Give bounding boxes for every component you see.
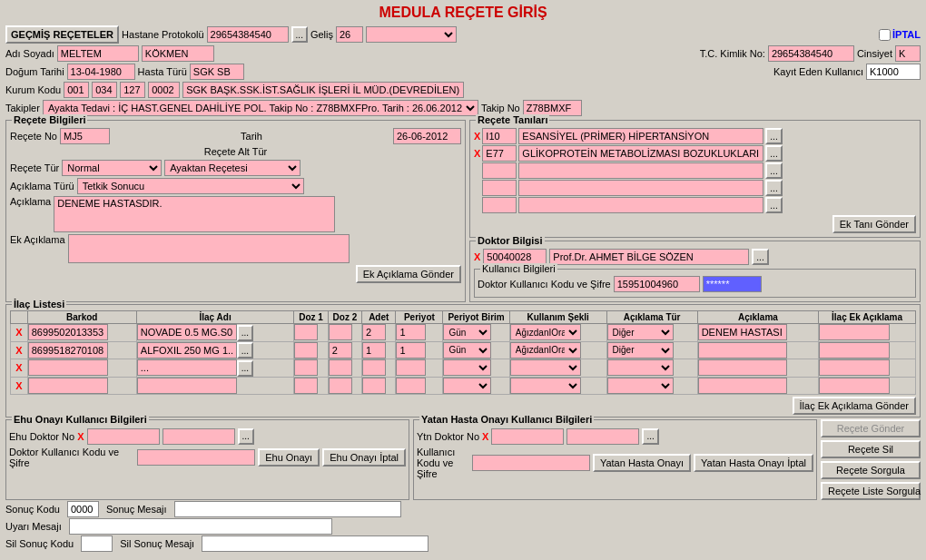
doktor-browse-btn[interactable]: ... (752, 249, 768, 265)
ilac-periyot-birim-4[interactable] (443, 378, 491, 394)
ilac-aciklama-tur-3[interactable] (607, 359, 674, 376)
recete-liste-sorgula-btn[interactable]: Reçete Liste Sorgula (821, 482, 921, 500)
ytn-browse-btn[interactable]: ... (642, 428, 658, 445)
ilac-doz2-1[interactable] (329, 324, 352, 340)
sil-sonuc-input[interactable] (81, 535, 113, 552)
tani-browse-4[interactable]: ... (765, 180, 782, 196)
sonuc-mesaji-input[interactable] (174, 501, 401, 517)
ilac-doz2-3[interactable] (329, 359, 352, 376)
ilac-periyot-2[interactable] (396, 342, 426, 359)
tani-tanim-5[interactable] (518, 197, 763, 213)
ilac-kullanim-4[interactable] (510, 378, 581, 394)
ilac-periyot-3[interactable] (396, 359, 426, 376)
ilac-ek-aciklama-gonder-btn[interactable]: İlaç Ek Açıklama Gönder (793, 397, 916, 415)
kurum4-input[interactable] (148, 82, 180, 98)
doktor-x[interactable]: X (474, 251, 480, 262)
ytn-doktor-input2[interactable] (566, 428, 639, 445)
tc-input[interactable] (768, 45, 854, 62)
ilac-doz2-4[interactable] (329, 378, 352, 394)
ilac-adet-3[interactable] (362, 359, 386, 376)
kurum1-input[interactable] (64, 82, 89, 98)
gelis-input[interactable] (336, 26, 363, 43)
ek-tani-gonder-btn[interactable]: Ek Tanı Gönder (832, 215, 916, 233)
recete-alt-tur-select[interactable]: Ayaktan Reçetesi (164, 160, 300, 176)
tani-kod-2[interactable] (482, 145, 517, 162)
ilac-aciklama-2[interactable] (698, 342, 787, 359)
ehu-doktor-input2[interactable] (163, 428, 235, 445)
ilac-barkod-2[interactable] (28, 342, 108, 359)
ilac-aciklama-3[interactable] (698, 359, 787, 376)
tani-kod-3[interactable] (482, 162, 517, 179)
ytn-x[interactable]: X (482, 431, 488, 442)
yatan-kullanici-input[interactable] (472, 455, 590, 471)
sil-sonuc-mesaji-input[interactable] (202, 535, 429, 552)
ilac-periyot-birim-1[interactable]: Gün (443, 324, 491, 340)
yatan-onay-btn[interactable]: Yatan Hasta Onayı (593, 454, 691, 472)
uyari-mesaji-input[interactable] (69, 518, 332, 535)
tani-tanim-4[interactable] (518, 180, 763, 196)
recete-sil-btn[interactable]: Reçete Sil (821, 440, 921, 458)
ilac-adi-2[interactable] (137, 342, 237, 359)
ilac-periyot-4[interactable] (396, 378, 426, 394)
ilac-x-4[interactable]: X (15, 380, 22, 391)
tani-tanim-1[interactable] (518, 128, 763, 144)
gelis-select[interactable] (366, 26, 457, 43)
ehu-doktor-input[interactable] (87, 428, 160, 445)
recete-gonder-btn[interactable]: Reçete Gönder (821, 419, 921, 437)
ilac-browse-3[interactable]: ... (237, 360, 253, 377)
ehu-kullanici-input[interactable] (137, 449, 255, 466)
ilac-ek-4[interactable] (819, 378, 890, 394)
ehu-x[interactable]: X (77, 431, 84, 442)
ilac-browse-2[interactable]: ... (237, 342, 253, 359)
recete-no-input[interactable] (60, 128, 110, 144)
adi-input[interactable] (57, 45, 139, 62)
dogum-input[interactable] (67, 64, 135, 80)
doktor-adi-input[interactable] (549, 249, 749, 265)
hasta-turu-input[interactable] (190, 64, 244, 80)
ilac-aciklama-4[interactable] (698, 378, 787, 394)
kurum2-input[interactable] (92, 82, 117, 98)
tani-kod-5[interactable] (482, 197, 517, 213)
kurum3-input[interactable] (120, 82, 145, 98)
doktor-kullanici-input[interactable] (614, 276, 700, 292)
ilac-doz1-1[interactable] (294, 324, 318, 340)
sifre-input[interactable] (703, 276, 762, 292)
iptal-checkbox[interactable] (879, 29, 891, 41)
tarih-input[interactable] (393, 128, 461, 144)
recete-tur-select[interactable]: Normal (62, 160, 162, 176)
tani-kod-1[interactable] (482, 128, 517, 144)
ilac-periyot-1[interactable] (396, 324, 426, 340)
ilac-barkod-4[interactable] (28, 378, 108, 394)
ilac-ek-3[interactable] (819, 359, 890, 376)
ilac-doz1-2[interactable] (294, 342, 318, 359)
ehu-onay-btn[interactable]: Ehu Onayı (258, 448, 320, 467)
ytn-doktor-input[interactable] (491, 428, 564, 445)
kayit-eden-input[interactable] (866, 64, 921, 80)
tani-browse-2[interactable]: ... (765, 145, 782, 162)
aciklama-turu-select[interactable]: Tetkik Sonucu (77, 178, 304, 194)
yatan-iptal-btn[interactable]: Yatan Hasta Onayı İptal (694, 454, 813, 472)
hastane-protokolu-btn[interactable]: ... (291, 26, 308, 43)
tani-tanim-2[interactable] (518, 145, 763, 162)
ilac-adi-3[interactable] (137, 359, 237, 376)
tani-x-2[interactable]: X (474, 148, 480, 159)
ilac-kullanim-1[interactable]: AğızdanIOral (510, 324, 581, 340)
recete-sorgula-btn[interactable]: Reçete Sorgula (821, 461, 921, 479)
ilac-aciklama-tur-1[interactable]: Diğer (607, 324, 674, 340)
ilac-doz2-2[interactable] (329, 342, 352, 359)
ilac-adet-2[interactable] (362, 342, 386, 359)
cinsiyet-input[interactable] (895, 45, 921, 62)
ilac-aciklama-tur-4[interactable] (607, 378, 674, 394)
ilac-adet-1[interactable] (362, 324, 386, 340)
ilac-aciklama-1[interactable] (698, 324, 787, 340)
aciklama-textarea[interactable]: DENEME HASTASDIR. (54, 196, 335, 232)
kurum5-input[interactable] (182, 82, 464, 98)
tani-browse-3[interactable]: ... (765, 162, 782, 179)
ilac-x-2[interactable]: X (15, 345, 22, 356)
ilac-kullanim-3[interactable] (510, 359, 581, 376)
tani-browse-5[interactable]: ... (765, 197, 782, 213)
ilac-adi-4[interactable] (137, 378, 237, 394)
ilac-adet-4[interactable] (362, 378, 386, 394)
ehu-iptal-btn[interactable]: Ehu Onayı İptal (322, 448, 406, 467)
ilac-kullanim-2[interactable]: AğızdanIOral (510, 342, 581, 359)
